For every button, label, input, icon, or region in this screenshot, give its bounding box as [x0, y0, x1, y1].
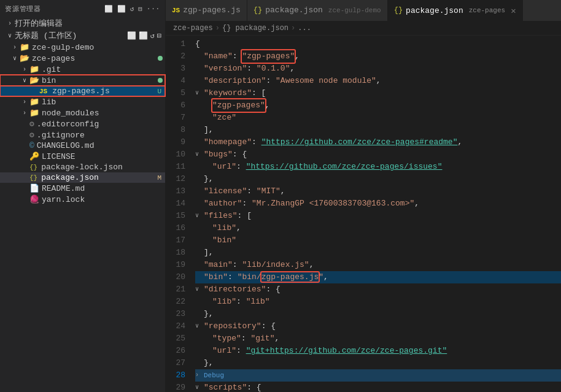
- tree-item-gitignore[interactable]: › ⚙ .gitignore: [0, 129, 165, 140]
- tree-item-license[interactable]: › 🔑 LICENSE: [0, 151, 165, 162]
- code-line-23: },: [195, 308, 561, 320]
- modified-dot-bin: [158, 78, 163, 83]
- tab-label-pkg-demo: package.json: [265, 6, 323, 15]
- sidebar: 资源管理器 ⬜ ⬜ ↺ ⊟ ··· › 打开的编辑器 ∨ 无标题 (工作区) ⬜…: [0, 0, 166, 392]
- tree-item-zce-gulp-demo[interactable]: › 📁 zce-gulp-demo: [0, 42, 165, 53]
- folder-icon-node-modules: 📁: [29, 108, 39, 118]
- collapse-icon[interactable]: ⊟: [138, 5, 142, 13]
- folder-icon-git: 📁: [29, 64, 39, 74]
- tree-item-node-modules[interactable]: › 📁 node_modules: [0, 107, 165, 118]
- workspace-chevron: ∨: [5, 32, 15, 39]
- code-line-4: "description": "Awesome node module",: [195, 75, 561, 87]
- readme-icon: 📄: [29, 183, 39, 193]
- code-line-21: ∨ "directories": {: [195, 283, 561, 296]
- breadcrumb-file: {} package.json: [222, 24, 288, 33]
- new-file-icon[interactable]: ⬜: [104, 5, 114, 13]
- code-line-1: {: [195, 38, 561, 50]
- badge-u-zgp-pages: U: [157, 88, 161, 95]
- code-line-8: ],: [195, 124, 561, 136]
- refresh-ws-icon[interactable]: ↺: [150, 31, 155, 40]
- js-file-icon: JS: [39, 88, 47, 95]
- code-line-6: "zgp-pages",: [195, 99, 561, 112]
- code-line-28: › Debug: [195, 369, 561, 382]
- package-json-icon: {}: [29, 174, 37, 182]
- chevron-zce-gulp-demo: ›: [10, 44, 20, 51]
- new-folder-icon[interactable]: ⬜: [117, 5, 126, 13]
- tree-item-readme[interactable]: › 📄 README.md: [0, 183, 165, 194]
- folder-icon-zce-pages: 📂: [20, 53, 29, 63]
- chevron-git: ›: [20, 66, 29, 73]
- modified-dot-zce-pages: [158, 56, 163, 61]
- chevron-node-modules: ›: [20, 110, 29, 117]
- tree-item-changelog[interactable]: › © CHANGELOG.md: [0, 140, 165, 151]
- tab-js-icon: JS: [172, 7, 180, 14]
- badge-m-package-json: M: [157, 174, 161, 182]
- package-lock-icon: {}: [29, 164, 37, 171]
- open-editors-chevron: ›: [5, 20, 15, 27]
- code-line-18: ],: [195, 247, 561, 259]
- code-line-10: ∨ "bugs": {: [195, 148, 561, 161]
- main-editor: JS zgp-pages.js {} package.json zce-gulp…: [166, 0, 561, 392]
- gitignore-icon: ⚙: [29, 130, 34, 140]
- folder-icon-zce-gulp-demo: 📁: [20, 42, 29, 52]
- code-line-3: "version": "0.1.0",: [195, 63, 561, 75]
- tree-item-editorconfig[interactable]: › ⚙ .editorconfig: [0, 118, 165, 129]
- code-line-9: "homepage": "https://github.com/zce/zce-…: [195, 136, 561, 148]
- code-line-15: ∨ "files": [: [195, 210, 561, 222]
- tab-label-pkg-pages: package.json: [406, 6, 463, 15]
- chevron-lib: ›: [20, 99, 29, 106]
- code-line-29: ∨ "scripts": {: [195, 382, 561, 392]
- tree-item-bin[interactable]: ∨ 📂 bin: [0, 75, 165, 86]
- code-line-25: "type": "git",: [195, 332, 561, 345]
- code-line-2: "name": "zgp-pages",: [195, 50, 561, 63]
- code-line-11: "url": "https://github.com/zce/zce-pages…: [195, 161, 561, 173]
- code-line-26: "url": "git+https://github.com/zce/zce-p…: [195, 345, 561, 357]
- new-folder-ws-icon[interactable]: ⬜: [139, 31, 148, 40]
- more-icon[interactable]: ···: [147, 5, 160, 13]
- sidebar-title: 资源管理器: [5, 4, 41, 13]
- breadcrumb: zce-pages › {} package.json › ...: [166, 21, 561, 36]
- tab-package-json-demo[interactable]: {} package.json zce-gulp-demo: [247, 0, 388, 21]
- workspace-icons: ⬜ ⬜ ↺ ⊟: [127, 31, 161, 40]
- tab-close-button[interactable]: ✕: [511, 6, 516, 16]
- chevron-zce-pages: ∨: [10, 55, 20, 62]
- folder-icon-lib: 📁: [29, 97, 39, 107]
- workspace-section[interactable]: ∨ 无标题 (工作区) ⬜ ⬜ ↺ ⊟: [0, 29, 165, 42]
- breadcrumb-root: zce-pages: [173, 24, 213, 33]
- tree-item-git[interactable]: › 📁 .git: [0, 64, 165, 75]
- tab-label-zgp: zgp-pages.js: [183, 6, 241, 15]
- yarn-lock-icon: 🧶: [29, 194, 39, 204]
- tab-package-json-pages[interactable]: {} package.json zce-pages ✕: [388, 0, 523, 21]
- code-line-13: "license": "MIT",: [195, 185, 561, 198]
- code-line-14: "author": "Mr.ZhangGP <17600383703@163.c…: [195, 198, 561, 210]
- new-file-ws-icon[interactable]: ⬜: [127, 31, 136, 40]
- line-numbers: 1 2 3 4 5 6 7 8 9 10 11 12 13 14 15 16 1…: [166, 36, 190, 392]
- code-line-16: "lib",: [195, 222, 561, 234]
- editor-area: 1 2 3 4 5 6 7 8 9 10 11 12 13 14 15 16 1…: [166, 36, 561, 392]
- sidebar-header: 资源管理器 ⬜ ⬜ ↺ ⊟ ···: [0, 0, 165, 17]
- breadcrumb-more: ...: [298, 24, 311, 33]
- code-line-5: ∨ "keywords": [: [195, 87, 561, 99]
- chevron-bin: ∨: [20, 77, 29, 84]
- code-line-7: "zce": [195, 112, 561, 124]
- tree-item-zgp-pages-js[interactable]: › JS zgp-pages.js U: [0, 86, 165, 96]
- code-line-12: },: [195, 173, 561, 185]
- code-line-24: ∨ "repository": {: [195, 320, 561, 332]
- tab-json-icon-pages: {}: [394, 6, 403, 15]
- tab-project-pages: zce-pages: [469, 7, 505, 14]
- tab-json-icon-demo: {}: [253, 6, 262, 15]
- code-line-17: "bin": [195, 234, 561, 247]
- tree-item-yarn-lock[interactable]: › 🧶 yarn.lock: [0, 194, 165, 205]
- tree-item-zce-pages[interactable]: ∨ 📂 zce-pages: [0, 53, 165, 64]
- tree-item-lib[interactable]: › 📁 lib: [0, 96, 165, 107]
- refresh-icon[interactable]: ↺: [130, 5, 134, 13]
- code-content[interactable]: { "name": "zgp-pages", "version": "0.1.0…: [190, 36, 561, 392]
- tree-item-package-json[interactable]: › {} package.json M: [0, 172, 165, 183]
- tab-zgp-pages-js[interactable]: JS zgp-pages.js: [166, 0, 247, 21]
- code-line-27: },: [195, 357, 561, 369]
- code-line-20: "bin": "bin/zgp-pages.js",: [195, 271, 561, 283]
- tree-item-package-lock[interactable]: › {} package-lock.json: [0, 162, 165, 172]
- collapse-ws-icon[interactable]: ⊟: [157, 31, 161, 40]
- open-editors-section[interactable]: › 打开的编辑器: [0, 17, 165, 29]
- editorconfig-icon: ⚙: [29, 119, 34, 129]
